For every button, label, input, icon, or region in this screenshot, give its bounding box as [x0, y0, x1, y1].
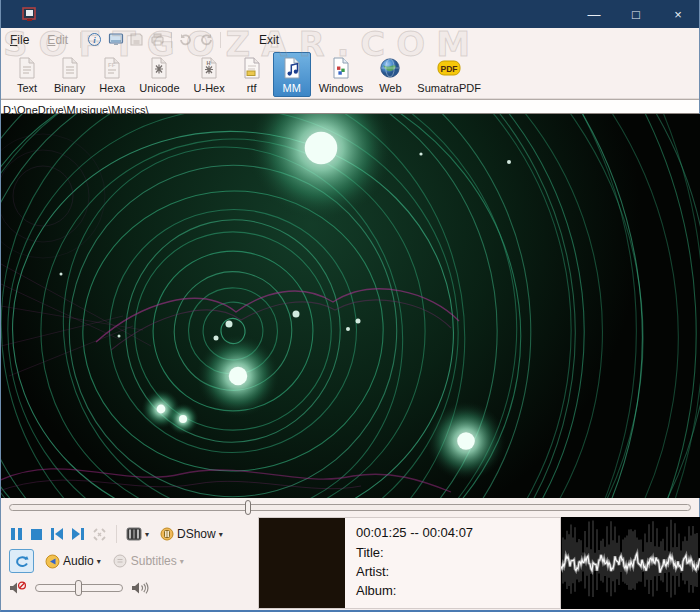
minimize-button[interactable]: —	[573, 0, 615, 28]
toolbar-button-binary[interactable]: Binary	[48, 52, 91, 97]
svg-text:FF: FF	[108, 62, 116, 68]
unicode-document-icon	[146, 55, 172, 81]
repeat-icon	[14, 554, 30, 569]
stop-button[interactable]	[30, 528, 43, 541]
chevron-down-icon: ▾	[180, 557, 184, 566]
toolbar-button-mm[interactable]: MM	[273, 52, 311, 97]
toolbar-button-label: MM	[283, 82, 301, 94]
hexa-document-icon: FF	[99, 55, 125, 81]
toolbar-button-hexa[interactable]: FF Hexa	[93, 52, 131, 97]
save-icon	[128, 31, 145, 48]
audio-dropdown[interactable]: Audio ▾	[45, 554, 101, 569]
volume-thumb[interactable]	[75, 580, 82, 596]
chevron-down-icon: ▾	[219, 530, 223, 539]
text-document-icon	[14, 55, 40, 81]
mute-icon[interactable]	[9, 581, 27, 595]
menu-bar: File Edit i	[1, 28, 699, 51]
seek-slider[interactable]	[9, 504, 691, 511]
media-metadata: 00:01:25 -- 00:04:07 Title: Artist: Albu…	[345, 518, 473, 608]
toolbar-button-label: SumatraPDF	[417, 82, 481, 94]
subtitles-icon	[112, 554, 128, 568]
info-icon[interactable]: i	[86, 31, 103, 48]
windows-document-icon	[328, 55, 354, 81]
subtitles-label: Subtitles	[131, 554, 177, 568]
close-button[interactable]: ×	[657, 0, 699, 28]
title-bar: — □ ×	[1, 0, 699, 28]
toolbar-button-label: Binary	[54, 82, 85, 94]
undo-icon	[177, 31, 194, 48]
menu-separator	[220, 32, 221, 48]
audio-label: Audio	[63, 554, 94, 568]
album-art-placeholder	[259, 518, 345, 608]
waveform-display	[561, 517, 700, 609]
next-button[interactable]	[71, 527, 85, 541]
repeat-toggle-button[interactable]	[9, 549, 34, 573]
toolbar-button-label: U-Hex	[194, 82, 225, 94]
fullscreen-button	[92, 527, 107, 542]
rtf-document-icon	[239, 55, 265, 81]
app-icon[interactable]	[22, 7, 37, 22]
maximize-button[interactable]: □	[615, 0, 657, 28]
toolbar-button-label: rtf	[247, 82, 257, 94]
time-display: 00:01:25 -- 00:04:07	[356, 525, 473, 540]
toolbar-button-rtf[interactable]: rtf	[233, 52, 271, 97]
transport-row: ▾ DShow ▾	[10, 525, 223, 543]
artist-label: Artist:	[356, 562, 473, 581]
volume-row	[9, 581, 150, 595]
address-bar	[1, 99, 699, 114]
seek-thumb[interactable]	[245, 500, 251, 515]
media-info-panel: 00:01:25 -- 00:04:07 Title: Artist: Albu…	[258, 517, 561, 609]
seek-row	[1, 498, 699, 517]
dshow-filter-icon	[160, 527, 174, 541]
toolbar-button-text[interactable]: Text	[8, 52, 46, 97]
stream-options-row: Audio ▾ Subtitles ▾	[9, 549, 184, 573]
album-label: Album:	[356, 581, 473, 600]
redo-icon	[198, 31, 215, 48]
menu-separator	[80, 32, 81, 48]
previous-button[interactable]	[50, 527, 64, 541]
player-controls: ▾ DShow ▾ Audio ▾ Subtitle	[1, 517, 699, 610]
web-globe-icon	[377, 55, 403, 81]
svg-text:PDF: PDF	[441, 64, 458, 74]
filmstrip-icon	[126, 527, 142, 541]
volume-slider[interactable]	[35, 584, 123, 592]
app-window: SOFTGOZAR.COM — □ × File Edit i	[0, 0, 700, 612]
uhex-document-icon: H	[196, 55, 222, 81]
mode-toolbar: Text Binary FF Hexa Unicode H U-Hex	[1, 51, 699, 99]
chevron-down-icon: ▾	[145, 530, 149, 539]
video-visualization-area[interactable]	[1, 114, 700, 498]
title-label: Title:	[356, 543, 473, 562]
audio-track-icon	[45, 554, 60, 569]
toolbar-button-label: Text	[17, 82, 37, 94]
toolbar-button-label: Unicode	[139, 82, 179, 94]
sumatrapdf-icon: PDF	[436, 55, 462, 81]
video-renderer-dropdown[interactable]: ▾	[126, 527, 149, 541]
menu-exit[interactable]: Exit	[250, 30, 288, 50]
subtitles-dropdown: Subtitles ▾	[112, 554, 184, 568]
toolbar-button-uhex[interactable]: H U-Hex	[188, 52, 231, 97]
monitor-icon[interactable]	[107, 31, 124, 48]
speaker-icon[interactable]	[131, 581, 150, 595]
menu-edit: Edit	[38, 30, 77, 50]
toolbar-button-web[interactable]: Web	[371, 52, 409, 97]
separator	[116, 525, 117, 543]
toolbar-button-label: Web	[379, 82, 401, 94]
dshow-dropdown[interactable]: DShow ▾	[160, 527, 223, 541]
toolbar-button-unicode[interactable]: Unicode	[133, 52, 185, 97]
menu-file[interactable]: File	[1, 30, 38, 50]
toolbar-button-sumatrapdf[interactable]: PDF SumatraPDF	[411, 52, 487, 97]
dshow-label: DShow	[177, 527, 216, 541]
toolbar-button-label: Hexa	[99, 82, 125, 94]
binary-document-icon	[57, 55, 83, 81]
toolbar-button-label: Windows	[319, 82, 364, 94]
window-controls: — □ ×	[573, 0, 699, 28]
toolbar-button-windows[interactable]: Windows	[313, 52, 370, 97]
chevron-down-icon: ▾	[97, 557, 101, 566]
print-icon	[149, 31, 166, 48]
mm-music-document-icon	[279, 55, 305, 81]
pause-button[interactable]	[10, 527, 23, 541]
menu-separator	[171, 32, 172, 48]
svg-text:H: H	[207, 60, 211, 66]
